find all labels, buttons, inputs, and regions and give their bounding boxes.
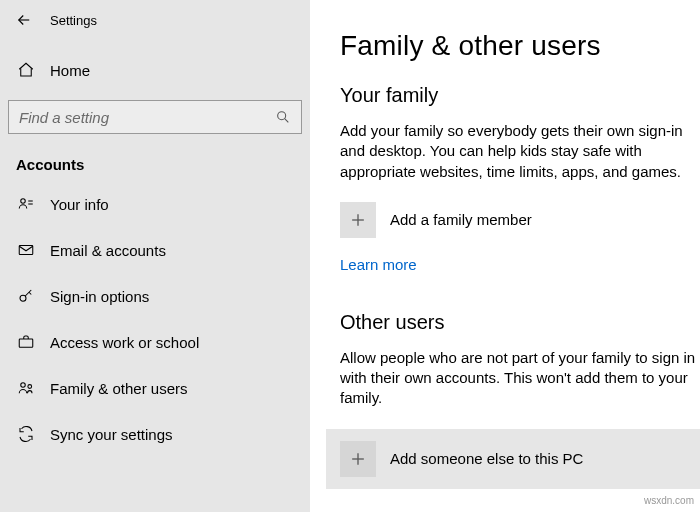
svg-point-9 [28, 385, 32, 389]
add-family-member-button[interactable]: Add a family member [340, 202, 700, 238]
your-family-description: Add your family so everybody gets their … [340, 121, 700, 182]
nav-item-work[interactable]: Access work or school [0, 319, 310, 365]
add-other-label: Add someone else to this PC [390, 450, 583, 467]
watermark: wsxdn.com [644, 495, 694, 506]
learn-more-link[interactable]: Learn more [340, 256, 417, 273]
page-title: Family & other users [340, 30, 700, 62]
svg-rect-5 [19, 246, 33, 255]
search-input[interactable] [9, 101, 301, 133]
content-pane: Family & other users Your family Add you… [310, 0, 700, 512]
search-container [0, 92, 310, 142]
home-label: Home [50, 62, 90, 79]
nav-item-your-info[interactable]: Your info [0, 181, 310, 227]
sync-icon [16, 425, 36, 443]
home-icon [16, 61, 36, 79]
plus-icon [340, 202, 376, 238]
nav-list: Your info Email & accounts Sign-in optio… [0, 181, 310, 457]
other-users-heading: Other users [340, 311, 700, 334]
arrow-left-icon [15, 11, 33, 29]
back-button[interactable] [8, 4, 40, 36]
people-icon [16, 379, 36, 397]
svg-rect-7 [19, 339, 33, 347]
nav-item-sync[interactable]: Sync your settings [0, 411, 310, 457]
other-users-section: Other users Allow people who are not par… [340, 311, 700, 489]
svg-point-6 [20, 295, 26, 301]
search-icon [275, 109, 291, 125]
add-family-label: Add a family member [390, 211, 532, 228]
person-card-icon [16, 195, 36, 213]
nav-label: Access work or school [50, 334, 199, 351]
svg-point-0 [278, 112, 286, 120]
nav-item-email[interactable]: Email & accounts [0, 227, 310, 273]
nav-label: Your info [50, 196, 109, 213]
nav-label: Sign-in options [50, 288, 149, 305]
mail-icon [16, 241, 36, 259]
briefcase-icon [16, 333, 36, 351]
nav-section-label: Accounts [0, 142, 310, 181]
your-family-heading: Your family [340, 84, 700, 107]
settings-window: Settings Home Accounts Your info [0, 0, 700, 512]
plus-icon [340, 441, 376, 477]
nav-label: Sync your settings [50, 426, 173, 443]
nav-label: Email & accounts [50, 242, 166, 259]
nav-item-family[interactable]: Family & other users [0, 365, 310, 411]
search-box[interactable] [8, 100, 302, 134]
key-icon [16, 287, 36, 305]
nav-item-signin[interactable]: Sign-in options [0, 273, 310, 319]
svg-point-8 [21, 383, 26, 388]
window-title: Settings [50, 13, 97, 28]
add-other-user-button[interactable]: Add someone else to this PC [326, 429, 700, 489]
nav-label: Family & other users [50, 380, 188, 397]
home-nav[interactable]: Home [0, 48, 310, 92]
other-users-description: Allow people who are not part of your fa… [340, 348, 700, 409]
svg-point-2 [21, 199, 26, 204]
sidebar: Settings Home Accounts Your info [0, 0, 310, 512]
titlebar: Settings [0, 0, 310, 40]
svg-line-1 [285, 119, 289, 123]
